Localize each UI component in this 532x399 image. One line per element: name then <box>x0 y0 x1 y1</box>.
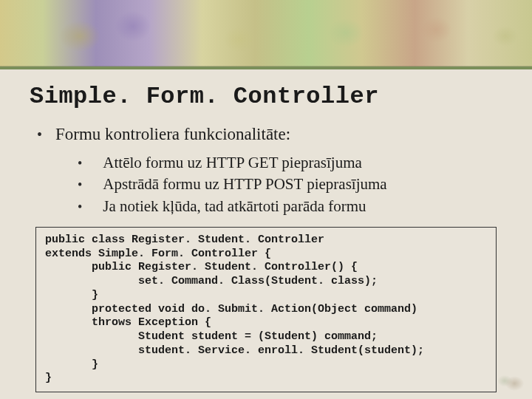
decorative-banner <box>0 0 532 66</box>
code-block: public class Register. Student. Controll… <box>35 227 497 392</box>
sub-bullet-text: Apstrādā formu uz HTTP POST pieprasījuma <box>103 174 386 194</box>
slide-content: Simple. Form. Controller • Formu kontrol… <box>0 69 532 399</box>
slide-title: Simple. Form. Controller <box>30 83 502 110</box>
bullet-dot: • <box>37 127 42 142</box>
bullet-dot: • <box>78 177 82 194</box>
sub-bullet-text: Attēlo formu uz HTTP GET pieprasījuma <box>103 153 362 173</box>
sub-bullet: • Apstrādā formu uz HTTP POST pieprasīju… <box>78 174 502 194</box>
bullet-dot: • <box>78 155 82 172</box>
main-bullet-text: Formu kontroliera funkcionalitāte: <box>55 125 290 144</box>
main-bullet: • Formu kontroliera funkcionalitāte: <box>37 125 502 144</box>
corner-decoration <box>491 366 528 396</box>
sub-bullet: • Attēlo formu uz HTTP GET pieprasījuma <box>78 153 502 173</box>
bullet-dot: • <box>78 199 82 216</box>
sub-bullet-text: Ja notiek kļūda, tad atkārtoti parāda fo… <box>103 197 366 216</box>
sub-bullet: • Ja notiek kļūda, tad atkārtoti parāda … <box>78 197 502 216</box>
sub-bullet-list: • Attēlo formu uz HTTP GET pieprasījuma … <box>78 153 502 216</box>
